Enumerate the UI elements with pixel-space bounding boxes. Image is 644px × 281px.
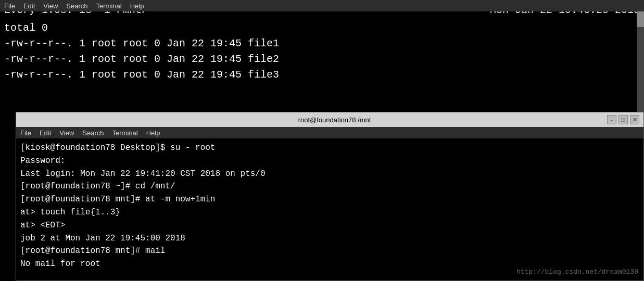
fg-menu-edit[interactable]: Edit bbox=[40, 129, 51, 137]
fg-menu-search[interactable]: Search bbox=[82, 129, 104, 137]
fg-content: [kiosk@foundation78 Desktop]$ su - root … bbox=[16, 138, 643, 280]
fg-menu-file[interactable]: File bbox=[20, 129, 31, 137]
bg-menu-search[interactable]: Search bbox=[66, 2, 87, 10]
output-line-2: -rw-r--r--. 1 root root 0 Jan 22 19:45 f… bbox=[4, 52, 640, 67]
fg-line-7: job 2 at Mon Jan 22 19:45:00 2018 bbox=[20, 232, 639, 245]
bg-menu-help[interactable]: Help bbox=[130, 2, 144, 10]
watermark: http://blog.csdn.net/dream0130 bbox=[516, 267, 638, 277]
bg-output: total 0 -rw-r--r--. 1 root root 0 Jan 22… bbox=[0, 18, 644, 85]
output-line-1: -rw-r--r--. 1 root root 0 Jan 22 19:45 f… bbox=[4, 36, 640, 52]
fg-menu-terminal[interactable]: Terminal bbox=[112, 129, 138, 137]
fg-titlebar: root@foundation78:/mnt - □ ✕ bbox=[16, 112, 643, 127]
bg-menubar: File Edit View Search Terminal Help bbox=[0, 0, 644, 11]
bg-menu-terminal[interactable]: Terminal bbox=[96, 2, 122, 10]
fg-menu-help[interactable]: Help bbox=[146, 129, 160, 137]
bg-scrollbar-thumb[interactable] bbox=[637, 11, 644, 27]
foreground-terminal: root@foundation78:/mnt - □ ✕ File Edit V… bbox=[16, 112, 644, 281]
fg-title: root@foundation78:/mnt bbox=[298, 116, 371, 124]
fg-line-3: [root@foundation78 ~]# cd /mnt/ bbox=[20, 180, 639, 193]
output-line-0: total 0 bbox=[4, 20, 640, 36]
fg-menubar: File Edit View Search Terminal Help bbox=[16, 127, 643, 138]
minimize-button[interactable]: - bbox=[607, 115, 616, 124]
window-controls: - □ ✕ bbox=[607, 115, 639, 124]
bg-menu-view[interactable]: View bbox=[43, 2, 58, 10]
fg-line-2: Last login: Mon Jan 22 19:41:20 CST 2018… bbox=[20, 168, 639, 181]
fg-menu-view[interactable]: View bbox=[59, 129, 74, 137]
maximize-button[interactable]: □ bbox=[618, 115, 628, 124]
fg-line-6: at> <EOT> bbox=[20, 219, 639, 232]
fg-line-4: [root@foundation78 mnt]# at -m now+1min bbox=[20, 193, 639, 206]
bg-scrollbar[interactable] bbox=[637, 11, 644, 112]
close-button[interactable]: ✕ bbox=[630, 115, 639, 124]
bg-menu-edit[interactable]: Edit bbox=[23, 2, 35, 10]
fg-line-5: at> touch file{1..3} bbox=[20, 206, 639, 219]
background-terminal: File Edit View Search Terminal Help Ever… bbox=[0, 0, 644, 112]
fg-line-1: Password: bbox=[20, 155, 639, 168]
output-line-3: -rw-r--r--. 1 root root 0 Jan 22 19:45 f… bbox=[4, 67, 640, 83]
bg-menu-file[interactable]: File bbox=[4, 2, 15, 10]
fg-line-0: [kiosk@foundation78 Desktop]$ su - root bbox=[20, 142, 639, 155]
fg-line-8: [root@foundation78 mnt]# mail bbox=[20, 245, 639, 258]
